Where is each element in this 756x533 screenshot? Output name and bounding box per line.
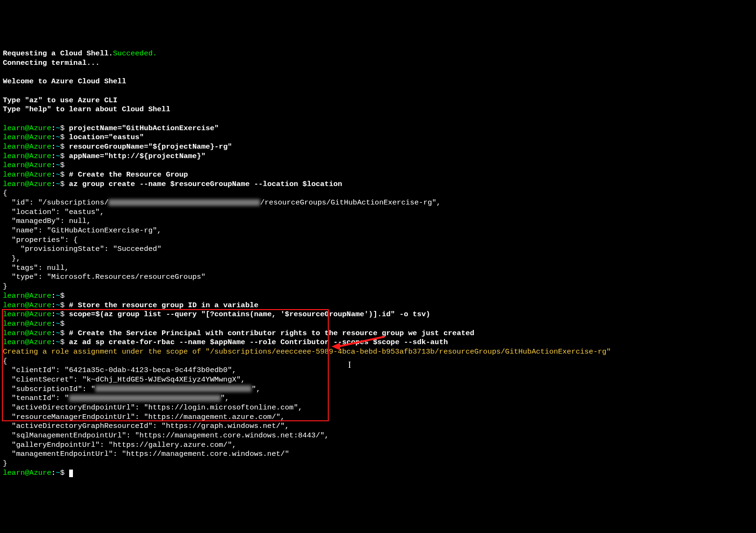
- text-cursor-icon: I: [348, 360, 351, 371]
- json-managedby: "managedBy": null,: [3, 217, 91, 225]
- sp-tenantid-line: "tenantId": "",: [3, 394, 229, 402]
- cmd-scope: scope=$(az group list --query "[?contain…: [69, 310, 431, 319]
- role-assignment-msg: Creating a role assignment under the sco…: [3, 347, 611, 356]
- sp-json-open: {: [3, 357, 7, 365]
- json-open: {: [3, 189, 7, 197]
- json-tags: "tags": null,: [3, 264, 69, 272]
- intro-succeeded: Succeeded.: [113, 49, 157, 58]
- prompt-line: learn@Azure:~$: [3, 292, 64, 300]
- cmd-projectname: projectName="GitHubActionExercise": [69, 124, 219, 133]
- prompt-line: learn@Azure:~$: [3, 180, 64, 188]
- sp-gallery-endpoint: "galleryEndpointUrl": "https://gallery.a…: [3, 441, 236, 449]
- intro-request: Requesting a Cloud Shell.: [3, 49, 113, 58]
- sp-ad-endpoint: "activeDirectoryEndpointUrl": "https://l…: [3, 403, 303, 412]
- cmd-comment-rg: # Create the Resource Group: [69, 170, 188, 179]
- sp-mgmt-endpoint: "managementEndpointUrl": "https://manage…: [3, 450, 289, 458]
- sp-sql-endpoint: "sqlManagementEndpointUrl": "https://man…: [3, 431, 329, 440]
- json-close: }: [3, 282, 7, 291]
- sp-json-close: }: [3, 459, 7, 468]
- sp-graph-endpoint: "activeDirectoryGraphResourceId": "https…: [3, 422, 289, 430]
- prompt-line: learn@Azure:~$: [3, 133, 64, 142]
- prompt-line: learn@Azure:~$: [3, 161, 64, 169]
- prompt-line-active[interactable]: learn@Azure:~$: [3, 469, 64, 477]
- cmd-location: location="eastus": [69, 133, 144, 142]
- json-props-close: },: [3, 254, 20, 263]
- json-location: "location": "eastus",: [3, 208, 104, 216]
- prompt-line: learn@Azure:~$: [3, 142, 64, 151]
- prompt-line: learn@Azure:~$: [3, 329, 64, 338]
- redacted-subscription-id: [95, 385, 252, 392]
- terminal-output[interactable]: Requesting a Cloud Shell.Succeeded. Conn…: [3, 40, 753, 478]
- redacted-subscription-id: [108, 199, 260, 206]
- prompt-line: learn@Azure:~$: [3, 320, 64, 328]
- sp-rm-endpoint: "resourceManagerEndpointUrl": "https://m…: [3, 413, 285, 421]
- sp-clientsecret: "clientSecret": "k~dChj_HtdGE5-WJEwSq4XE…: [3, 375, 245, 384]
- sp-subscriptionid-line: "subscriptionId": "",: [3, 385, 261, 393]
- cmd-appname: appName="http://${projectName}": [69, 152, 206, 160]
- prompt-line: learn@Azure:~$: [3, 301, 64, 310]
- cmd-rgname: resourceGroupName="${projectName}-rg": [69, 142, 232, 151]
- json-prov: "provisioningState": "Succeeded": [3, 245, 162, 253]
- cmd-comment-scope: # Store the resource group ID in a varia…: [69, 301, 259, 310]
- cmd-group-create: az group create --name $resourceGroupNam…: [69, 180, 342, 188]
- intro-connecting: Connecting terminal...: [3, 59, 100, 67]
- intro-welcome: Welcome to Azure Cloud Shell: [3, 77, 126, 86]
- cmd-comment-sp: # Create the Service Principal with cont…: [69, 329, 475, 338]
- json-type: "type": "Microsoft.Resources/resourceGro…: [3, 273, 206, 281]
- json-id-line: "id": "/subscriptions//resourceGroups/Gi…: [3, 198, 441, 207]
- prompt-line: learn@Azure:~$: [3, 170, 64, 179]
- prompt-line: learn@Azure:~$: [3, 310, 64, 319]
- prompt-line: learn@Azure:~$: [3, 338, 64, 346]
- intro-typeaz: Type "az" to use Azure CLI: [3, 96, 117, 105]
- prompt-line: learn@Azure:~$: [3, 124, 64, 133]
- json-name: "name": "GitHubActionExercise-rg",: [3, 226, 162, 235]
- cmd-sp-create: az ad sp create-for-rbac --name $appName…: [69, 338, 448, 346]
- terminal-cursor: [69, 470, 73, 477]
- json-props-open: "properties": {: [3, 236, 78, 244]
- redacted-tenant-id: [69, 395, 221, 401]
- intro-typehelp: Type "help" to learn about Cloud Shell: [3, 105, 170, 114]
- sp-clientid: "clientId": "6421a35c-0dab-4123-beca-9c4…: [3, 366, 236, 374]
- prompt-line: learn@Azure:~$: [3, 152, 64, 160]
